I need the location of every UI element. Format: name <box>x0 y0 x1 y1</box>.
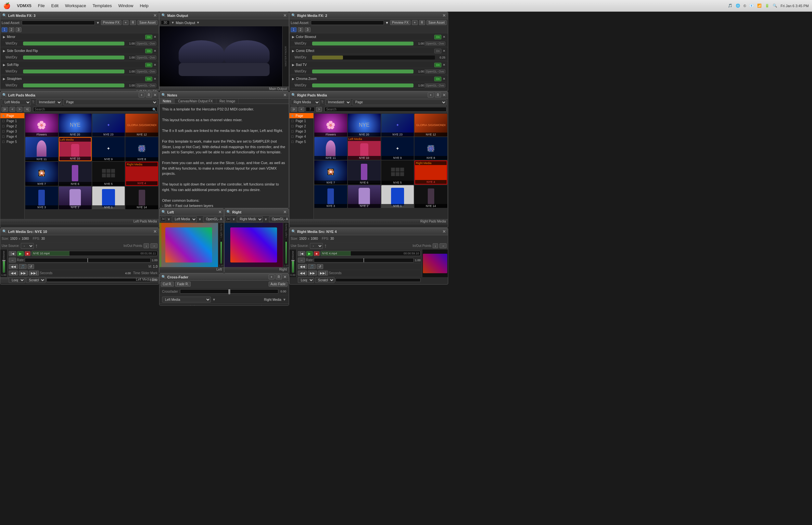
right-save-asset[interactable]: Save Asset <box>427 20 447 25</box>
tab-rec-image[interactable]: Rec Image <box>216 99 239 104</box>
r-btn[interactable]: R <box>130 20 136 25</box>
right-load-dd[interactable]: ▼ <box>385 21 389 25</box>
rl-source-dd[interactable]: ▼ <box>264 217 267 221</box>
rp-thumb-nye4[interactable]: Right Media NYE 4 <box>414 161 447 184</box>
main-output-close[interactable]: ✕ <box>283 13 287 18</box>
rs-play-prev[interactable]: |◀ <box>298 251 305 256</box>
rp-add[interactable]: + <box>428 93 434 97</box>
ls-skip-2[interactable]: ▶▶ <box>19 271 28 275</box>
lp-thumb-flowers[interactable]: 🌸 Flowers <box>25 114 58 136</box>
fx-scroller-on[interactable]: On <box>145 49 152 53</box>
rs-misc-3[interactable]: ↺ <box>317 264 323 269</box>
right-layer-close[interactable]: ✕ <box>283 210 287 214</box>
right-r-btn[interactable]: R <box>419 20 425 25</box>
menu-workspace[interactable]: Workspace <box>65 3 86 8</box>
fx-chroma-on[interactable]: On <box>434 77 441 81</box>
rp-thumb-nye3[interactable]: NYE 3 <box>315 185 347 208</box>
lp-r[interactable]: R <box>146 93 152 97</box>
rs-inout-prev[interactable]: ↓ <box>433 243 438 248</box>
cf-track[interactable] <box>180 289 279 294</box>
rl-source-select[interactable]: Right Media <box>237 216 263 222</box>
lp-mode-select[interactable]: Page <box>63 100 157 105</box>
rs-misc-2[interactable]: 🎵 <box>308 264 316 269</box>
ls-skip-3[interactable]: ▶▶| <box>29 271 39 275</box>
rtab-2[interactable]: 2 <box>298 27 304 32</box>
rs-skip-2[interactable]: ▶▶ <box>308 271 317 275</box>
rp-page-2[interactable]: □ Page 2 <box>289 123 313 129</box>
rp-page-1[interactable]: □ Page 1 <box>289 118 313 123</box>
rs-rate-arrow[interactable]: → <box>298 258 305 262</box>
lp-source-select[interactable]: Left Media <box>2 100 31 105</box>
rs-skip-3[interactable]: ▶▶| <box>318 271 328 275</box>
rp-thumb-nye10[interactable]: Left Media NYE 10 <box>348 137 381 160</box>
lp-page-3[interactable]: □ Page 3 <box>0 129 24 134</box>
cf-cut-r[interactable]: Cut R. <box>161 282 174 287</box>
lp-thumb-nye3[interactable]: NYE 3 <box>25 186 58 209</box>
ll-source-select[interactable]: Left Media <box>172 216 197 222</box>
cf-r[interactable]: R <box>276 274 282 280</box>
rl-gl-select[interactable]: OpenGL- A <box>269 216 289 222</box>
ls-scratch-select[interactable]: Scratch <box>26 277 45 283</box>
lp-page-1[interactable]: □ Page 1 <box>0 118 24 123</box>
ls-inout-prev[interactable]: ↓ <box>143 243 149 248</box>
main-output-dropdown[interactable]: ▼ <box>197 21 200 24</box>
tab-1[interactable]: 1 <box>2 27 7 32</box>
ls-skip-1[interactable]: ◀◀ <box>9 271 18 275</box>
rtab-3[interactable]: 3 <box>305 27 310 32</box>
lp-thumb-nye9[interactable]: ✦ NYE 9 <box>92 137 125 161</box>
fx-mirror-x[interactable]: ✕ <box>154 35 156 39</box>
lp-prev-prev[interactable]: |< <box>2 107 8 112</box>
rp-thumb-nye14[interactable]: NYE 14 <box>414 185 447 208</box>
rtab-1[interactable]: 1 <box>291 27 296 32</box>
lp-thumb-nye14[interactable]: NYE 14 <box>125 186 158 209</box>
lp-page-4[interactable]: □ Page 4 <box>0 134 24 139</box>
ll-source-dd[interactable]: ▼ <box>198 217 202 221</box>
fx-straighten-on[interactable]: On <box>145 77 152 81</box>
lp-thumb-nye4[interactable]: Right Media NYE 4 <box>125 162 158 186</box>
rp-close[interactable]: ✕ <box>442 93 446 97</box>
rp-source-select[interactable]: Right Media <box>291 100 320 105</box>
left-layer-close[interactable]: ✕ <box>218 210 222 214</box>
fx-softflip-on[interactable]: On <box>145 63 152 67</box>
cf-add[interactable]: + <box>269 274 274 280</box>
fx-mirror-on[interactable]: On <box>145 35 152 39</box>
right-source-close[interactable]: ✕ <box>442 229 446 234</box>
lp-thumb-nye8[interactable]: 🎆 NYE 8 <box>125 137 158 161</box>
rp-search-input[interactable] <box>324 107 447 112</box>
menu-edit[interactable]: Edit <box>51 3 59 8</box>
fx-badtv-gl[interactable]: OpenGL- Ove <box>425 70 445 73</box>
ls-rate-arrow[interactable]: → <box>9 258 16 262</box>
lp-page-2[interactable]: □ Page 2 <box>0 123 24 129</box>
fx-softflip-gl[interactable]: OpenGL- Ove <box>135 70 156 73</box>
rs-play-play[interactable]: ▶ <box>306 251 313 256</box>
lp-close[interactable]: ✕ <box>153 93 157 97</box>
lp-timing-select[interactable]: Immediately <box>36 100 62 105</box>
rs-use-dd[interactable]: ↑ <box>324 243 327 249</box>
menu-help[interactable]: Help <box>140 3 149 8</box>
rp-thumb-nye5[interactable]: NYE 5 <box>381 161 414 184</box>
right-preview-fx[interactable]: Preview FX <box>390 20 411 25</box>
rp-page-page[interactable]: ■ Page <box>289 113 313 118</box>
right-fx-close[interactable]: ✕ <box>442 13 446 18</box>
rp-thumb-nye9[interactable]: ✦ NYE 9 <box>381 137 414 160</box>
rs-inout-next[interactable]: → <box>440 243 447 248</box>
fx-colorblowout-on[interactable]: On <box>434 35 441 39</box>
fx-badtv-on[interactable]: On <box>434 63 441 67</box>
fx-straighten-gl[interactable]: OpenGL- Ove <box>135 84 156 87</box>
ls-loop-select[interactable]: Loop <box>9 277 25 283</box>
lp-thumb-nye23[interactable]: ✦ NYE 23 <box>92 114 125 136</box>
main-label-dropdown[interactable]: ▼ <box>171 21 174 24</box>
rs-misc-1[interactable]: ◀◀ <box>298 264 307 269</box>
rp-page-4[interactable]: □ Page 4 <box>289 134 313 139</box>
ls-use-source[interactable]: - <box>21 243 34 249</box>
rp-thumb-nye23[interactable]: ✦ NYE 23 <box>381 114 414 136</box>
rs-skip-1[interactable]: ◀◀ <box>298 271 307 275</box>
lp-prev[interactable]: < <box>10 107 15 112</box>
fx-cb-gl[interactable]: OpenGL- Ove <box>425 42 445 45</box>
fx-scroller-gl[interactable]: OpenGL- Ove <box>135 56 156 59</box>
ls-play-stop[interactable]: ■ <box>25 251 31 256</box>
fx-badtv-x[interactable]: ✕ <box>443 63 445 66</box>
ls-misc-2[interactable]: 🎵 <box>19 264 27 269</box>
load-asset-icon[interactable]: ▼ <box>96 21 100 25</box>
rp-thumb-nye8[interactable]: 🎆 NYE 8 <box>414 137 447 160</box>
